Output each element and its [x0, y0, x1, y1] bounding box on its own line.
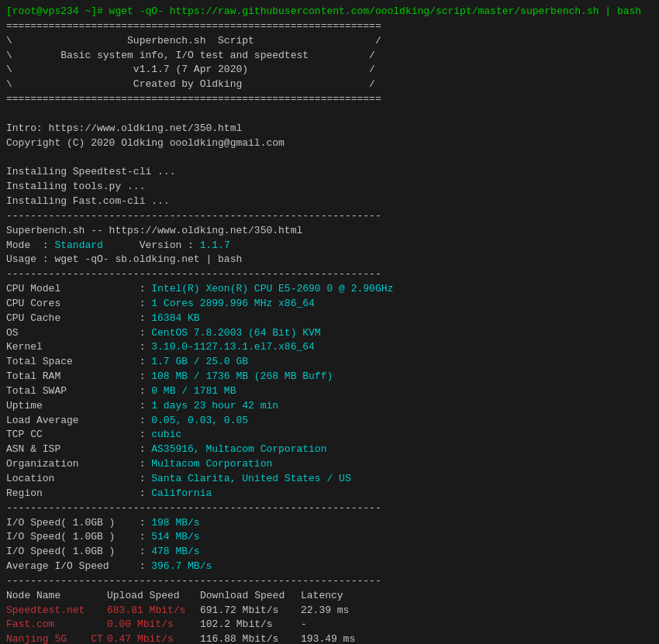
os-line: OS : CentOS 7.8.2003 (64 Bit) KVM — [6, 326, 653, 341]
node-name: Speedtest.net — [6, 604, 107, 618]
io-speed-3: I/O Speed( 1.0GB ) : 478 MB/s — [6, 545, 653, 560]
io2-value: 514 MB/s — [151, 531, 199, 542]
download-speed: 102.2 Mbit/s — [200, 618, 301, 632]
table-row: Speedtest.net683.81 Mbit/s691.72 Mbit/s2… — [6, 604, 653, 618]
latency: - — [301, 618, 307, 630]
mode-line: Mode : Standard Version : 1.1.7 — [6, 239, 653, 253]
kernel-value: 3.10.0-1127.13.1.el7.x86_64 — [151, 341, 315, 353]
upload-speed: 0.47 Mbit/s — [107, 632, 200, 644]
separator-5: ----------------------------------------… — [6, 501, 653, 516]
terminal-window: [root@vps234 ~]# wget -qO- https://raw.g… — [0, 0, 659, 644]
node-name: Fast.com — [6, 618, 107, 632]
blank-2 — [6, 150, 653, 165]
cpu-cache-line: CPU Cache : 16384 KB — [6, 312, 653, 326]
separator-3: ----------------------------------------… — [6, 209, 653, 224]
prompt-line: [root@vps234 ~]# wget -qO- https://raw.g… — [6, 5, 653, 19]
org-line: Organization : Multacom Corporation — [6, 457, 653, 472]
asn-isp-line: ASN & ISP : AS35916, Multacom Corporatio… — [6, 443, 653, 457]
uptime-value: 1 days 23 hour 42 min — [151, 400, 278, 412]
asn-isp-value: AS35916, Multacom Corporation — [151, 443, 326, 455]
title-line-2: \ Basic system info, I/O test and speedt… — [6, 49, 653, 64]
cpu-model-line: CPU Model : Intel(R) Xeon(R) CPU E5-2690… — [6, 282, 653, 297]
title-line-4: \ Created by Oldking / — [6, 77, 653, 92]
separator-top: ========================================… — [6, 19, 653, 34]
io1-value: 198 MB/s — [151, 517, 199, 529]
load-avg-line: Load Average : 0.05, 0.03, 0.05 — [6, 414, 653, 429]
download-speed: 691.72 Mbit/s — [200, 604, 301, 618]
download-speed: 116.88 Mbit/s — [200, 632, 301, 644]
title-line-3: \ v1.1.7 (7 Apr 2020) / — [6, 63, 653, 77]
avg-io-speed: Average I/O Speed : 396.7 MB/s — [6, 560, 653, 574]
cpu-model-value: Intel(R) Xeon(R) CPU E5-2690 0 @ 2.90GHz — [151, 283, 393, 294]
separator-6: ----------------------------------------… — [6, 574, 653, 589]
table-header: Node NameUpload SpeedDownload SpeedLaten… — [6, 589, 653, 604]
avg-io-value: 396.7 MB/s — [151, 560, 212, 572]
total-ram-line: Total RAM : 108 MB / 1736 MB (268 MB Buf… — [6, 370, 653, 384]
node-name: Nanjing 5G CT — [6, 632, 107, 644]
separator-4: ----------------------------------------… — [6, 267, 653, 282]
install-2: Installing tools.py ... — [6, 180, 653, 195]
total-space-line: Total Space : 1.7 GB / 25.0 GB — [6, 355, 653, 370]
kernel-line: Kernel : 3.10.0-1127.13.1.el7.x86_64 — [6, 340, 653, 355]
usage-line: Usage : wget -qO- sb.oldking.net | bash — [6, 253, 653, 267]
upload-speed: 683.81 Mbit/s — [107, 604, 200, 618]
separator-title-bottom: ========================================… — [6, 92, 653, 107]
region-line: Region : California — [6, 487, 653, 501]
location-value: Santa Clarita, United States / US — [151, 473, 350, 484]
io3-value: 478 MB/s — [151, 546, 199, 557]
region-value: California — [151, 487, 212, 499]
tcp-cc-value: cubic — [151, 429, 181, 440]
total-swap-value: 0 MB / 1781 MB — [151, 385, 236, 397]
version-value: 1.1.7 — [200, 239, 230, 251]
title-line-1: \ Superbench.sh Script / — [6, 34, 653, 49]
cpu-cache-value: 16384 KB — [151, 312, 199, 324]
total-swap-line: Total SWAP : 0 MB / 1781 MB — [6, 384, 653, 399]
speed-table: Speedtest.net683.81 Mbit/s691.72 Mbit/s2… — [6, 604, 653, 644]
table-row: Fast.com0.00 Mbit/s102.2 Mbit/s- — [6, 618, 653, 632]
org-value: Multacom Corporation — [151, 458, 272, 470]
blank-1 — [6, 107, 653, 122]
install-1: Installing Speedtest-cli ... — [6, 165, 653, 180]
intro-line: Intro: https://www.oldking.net/350.html — [6, 122, 653, 136]
copyright-line: Copyright (C) 2020 Oldking oooldking@gma… — [6, 136, 653, 151]
superbench-url: Superbench.sh -- https://www.oldking.net… — [6, 224, 653, 239]
uptime-line: Uptime : 1 days 23 hour 42 min — [6, 399, 653, 414]
upload-speed: 0.00 Mbit/s — [107, 618, 200, 632]
location-line: Location : Santa Clarita, United States … — [6, 472, 653, 487]
table-row: Nanjing 5G CT0.47 Mbit/s116.88 Mbit/s193… — [6, 632, 653, 644]
latency: 193.49 ms — [301, 633, 355, 644]
tcp-cc-line: TCP CC : cubic — [6, 428, 653, 443]
load-avg-value: 0.05, 0.03, 0.05 — [151, 415, 248, 426]
io-speed-1: I/O Speed( 1.0GB ) : 198 MB/s — [6, 516, 653, 531]
total-ram-value: 108 MB / 1736 MB (268 MB Buff) — [151, 370, 333, 382]
cpu-cores-line: CPU Cores : 1 Cores 2899.996 MHz x86_64 — [6, 297, 653, 312]
io-speed-2: I/O Speed( 1.0GB ) : 514 MB/s — [6, 530, 653, 545]
latency: 22.39 ms — [301, 604, 349, 616]
os-value: CentOS 7.8.2003 (64 Bit) KVM — [151, 327, 320, 339]
install-3: Installing Fast.com-cli ... — [6, 195, 653, 209]
cpu-cores-value: 1 Cores 2899.996 MHz x86_64 — [151, 298, 315, 309]
total-space-value: 1.7 GB / 25.0 GB — [151, 356, 248, 367]
mode-value: Standard — [54, 239, 102, 251]
